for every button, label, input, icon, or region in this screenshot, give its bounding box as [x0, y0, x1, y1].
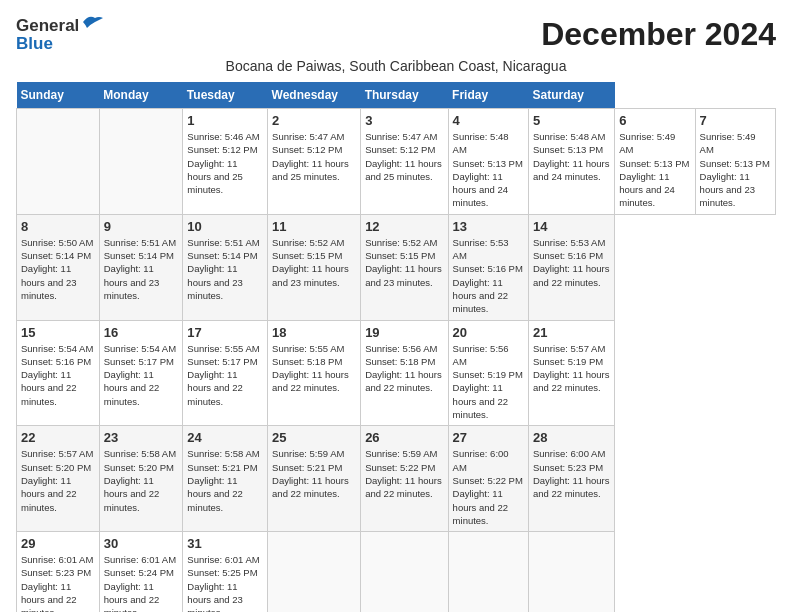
day-info: Sunrise: 5:51 AM Sunset: 5:14 PM Dayligh… [187, 236, 263, 302]
day-number: 8 [21, 219, 95, 234]
day-info: Sunrise: 5:58 AM Sunset: 5:20 PM Dayligh… [104, 447, 179, 513]
header: General Blue December 2024 [16, 16, 776, 54]
calendar-day-5: 5 Sunrise: 5:48 AM Sunset: 5:13 PM Dayli… [528, 109, 614, 215]
calendar-week-2: 8 Sunrise: 5:50 AM Sunset: 5:14 PM Dayli… [17, 214, 776, 320]
calendar-day-26: 26 Sunrise: 5:59 AM Sunset: 5:22 PM Dayl… [361, 426, 448, 532]
calendar-day-3: 3 Sunrise: 5:47 AM Sunset: 5:12 PM Dayli… [361, 109, 448, 215]
day-number: 3 [365, 113, 443, 128]
calendar-week-5: 29 Sunrise: 6:01 AM Sunset: 5:23 PM Dayl… [17, 532, 776, 612]
calendar-day-25: 25 Sunrise: 5:59 AM Sunset: 5:21 PM Dayl… [268, 426, 361, 532]
weekday-header-thursday: Thursday [361, 82, 448, 109]
day-number: 1 [187, 113, 263, 128]
calendar-day-11: 11 Sunrise: 5:52 AM Sunset: 5:15 PM Dayl… [268, 214, 361, 320]
day-number: 4 [453, 113, 524, 128]
calendar-day-19: 19 Sunrise: 5:56 AM Sunset: 5:18 PM Dayl… [361, 320, 448, 426]
calendar-day-20: 20 Sunrise: 5:56 AM Sunset: 5:19 PM Dayl… [448, 320, 528, 426]
day-number: 25 [272, 430, 356, 445]
weekday-header-monday: Monday [99, 82, 183, 109]
day-info: Sunrise: 6:00 AM Sunset: 5:22 PM Dayligh… [453, 447, 524, 527]
day-info: Sunrise: 5:55 AM Sunset: 5:18 PM Dayligh… [272, 342, 356, 395]
day-info: Sunrise: 5:54 AM Sunset: 5:17 PM Dayligh… [104, 342, 179, 408]
day-number: 12 [365, 219, 443, 234]
weekday-header-tuesday: Tuesday [183, 82, 268, 109]
day-number: 31 [187, 536, 263, 551]
day-info: Sunrise: 5:59 AM Sunset: 5:21 PM Dayligh… [272, 447, 356, 500]
day-number: 30 [104, 536, 179, 551]
day-info: Sunrise: 6:00 AM Sunset: 5:23 PM Dayligh… [533, 447, 610, 500]
calendar-day-17: 17 Sunrise: 5:55 AM Sunset: 5:17 PM Dayl… [183, 320, 268, 426]
calendar-day-29: 29 Sunrise: 6:01 AM Sunset: 5:23 PM Dayl… [17, 532, 100, 612]
logo-text: General [16, 16, 79, 36]
day-number: 28 [533, 430, 610, 445]
calendar-day-30: 30 Sunrise: 6:01 AM Sunset: 5:24 PM Dayl… [99, 532, 183, 612]
calendar-day-22: 22 Sunrise: 5:57 AM Sunset: 5:20 PM Dayl… [17, 426, 100, 532]
empty-cell [99, 109, 183, 215]
day-number: 26 [365, 430, 443, 445]
calendar-day-10: 10 Sunrise: 5:51 AM Sunset: 5:14 PM Dayl… [183, 214, 268, 320]
empty-cell [448, 532, 528, 612]
calendar-subtitle: Bocana de Paiwas, South Caribbean Coast,… [16, 58, 776, 74]
day-info: Sunrise: 5:57 AM Sunset: 5:19 PM Dayligh… [533, 342, 610, 395]
month-title: December 2024 [541, 16, 776, 53]
day-info: Sunrise: 5:57 AM Sunset: 5:20 PM Dayligh… [21, 447, 95, 513]
day-info: Sunrise: 5:48 AM Sunset: 5:13 PM Dayligh… [533, 130, 610, 183]
day-number: 6 [619, 113, 690, 128]
day-info: Sunrise: 5:52 AM Sunset: 5:15 PM Dayligh… [365, 236, 443, 289]
day-number: 17 [187, 325, 263, 340]
calendar-day-4: 4 Sunrise: 5:48 AM Sunset: 5:13 PM Dayli… [448, 109, 528, 215]
calendar-table: SundayMondayTuesdayWednesdayThursdayFrid… [16, 82, 776, 612]
day-number: 13 [453, 219, 524, 234]
calendar-day-15: 15 Sunrise: 5:54 AM Sunset: 5:16 PM Dayl… [17, 320, 100, 426]
day-number: 2 [272, 113, 356, 128]
calendar-day-24: 24 Sunrise: 5:58 AM Sunset: 5:21 PM Dayl… [183, 426, 268, 532]
day-number: 19 [365, 325, 443, 340]
calendar-day-6: 6 Sunrise: 5:49 AM Sunset: 5:13 PM Dayli… [615, 109, 695, 215]
day-info: Sunrise: 5:58 AM Sunset: 5:21 PM Dayligh… [187, 447, 263, 513]
empty-cell [361, 532, 448, 612]
day-number: 14 [533, 219, 610, 234]
day-info: Sunrise: 5:53 AM Sunset: 5:16 PM Dayligh… [453, 236, 524, 316]
logo-blue-text: Blue [16, 34, 53, 53]
day-info: Sunrise: 6:01 AM Sunset: 5:23 PM Dayligh… [21, 553, 95, 612]
day-info: Sunrise: 6:01 AM Sunset: 5:25 PM Dayligh… [187, 553, 263, 612]
calendar-week-1: 1 Sunrise: 5:46 AM Sunset: 5:12 PM Dayli… [17, 109, 776, 215]
day-number: 27 [453, 430, 524, 445]
calendar-day-27: 27 Sunrise: 6:00 AM Sunset: 5:22 PM Dayl… [448, 426, 528, 532]
calendar-day-14: 14 Sunrise: 5:53 AM Sunset: 5:16 PM Dayl… [528, 214, 614, 320]
calendar-day-28: 28 Sunrise: 6:00 AM Sunset: 5:23 PM Dayl… [528, 426, 614, 532]
day-info: Sunrise: 5:59 AM Sunset: 5:22 PM Dayligh… [365, 447, 443, 500]
day-number: 10 [187, 219, 263, 234]
empty-cell [17, 109, 100, 215]
weekday-header-wednesday: Wednesday [268, 82, 361, 109]
day-number: 20 [453, 325, 524, 340]
day-info: Sunrise: 5:55 AM Sunset: 5:17 PM Dayligh… [187, 342, 263, 408]
day-number: 15 [21, 325, 95, 340]
weekday-header-saturday: Saturday [528, 82, 614, 109]
calendar-day-2: 2 Sunrise: 5:47 AM Sunset: 5:12 PM Dayli… [268, 109, 361, 215]
calendar-day-16: 16 Sunrise: 5:54 AM Sunset: 5:17 PM Dayl… [99, 320, 183, 426]
day-number: 9 [104, 219, 179, 234]
day-number: 21 [533, 325, 610, 340]
calendar-day-31: 31 Sunrise: 6:01 AM Sunset: 5:25 PM Dayl… [183, 532, 268, 612]
logo: General Blue [16, 16, 103, 54]
day-number: 24 [187, 430, 263, 445]
weekday-header-friday: Friday [448, 82, 528, 109]
calendar-day-7: 7 Sunrise: 5:49 AM Sunset: 5:13 PM Dayli… [695, 109, 775, 215]
day-number: 23 [104, 430, 179, 445]
day-number: 16 [104, 325, 179, 340]
calendar-day-8: 8 Sunrise: 5:50 AM Sunset: 5:14 PM Dayli… [17, 214, 100, 320]
day-number: 29 [21, 536, 95, 551]
day-info: Sunrise: 5:56 AM Sunset: 5:19 PM Dayligh… [453, 342, 524, 422]
day-info: Sunrise: 6:01 AM Sunset: 5:24 PM Dayligh… [104, 553, 179, 612]
empty-cell [528, 532, 614, 612]
day-info: Sunrise: 5:53 AM Sunset: 5:16 PM Dayligh… [533, 236, 610, 289]
day-number: 18 [272, 325, 356, 340]
day-number: 11 [272, 219, 356, 234]
day-number: 5 [533, 113, 610, 128]
weekday-header-sunday: Sunday [17, 82, 100, 109]
calendar-day-18: 18 Sunrise: 5:55 AM Sunset: 5:18 PM Dayl… [268, 320, 361, 426]
calendar-day-13: 13 Sunrise: 5:53 AM Sunset: 5:16 PM Dayl… [448, 214, 528, 320]
logo-bird-icon [81, 14, 103, 30]
calendar-day-23: 23 Sunrise: 5:58 AM Sunset: 5:20 PM Dayl… [99, 426, 183, 532]
calendar-day-21: 21 Sunrise: 5:57 AM Sunset: 5:19 PM Dayl… [528, 320, 614, 426]
